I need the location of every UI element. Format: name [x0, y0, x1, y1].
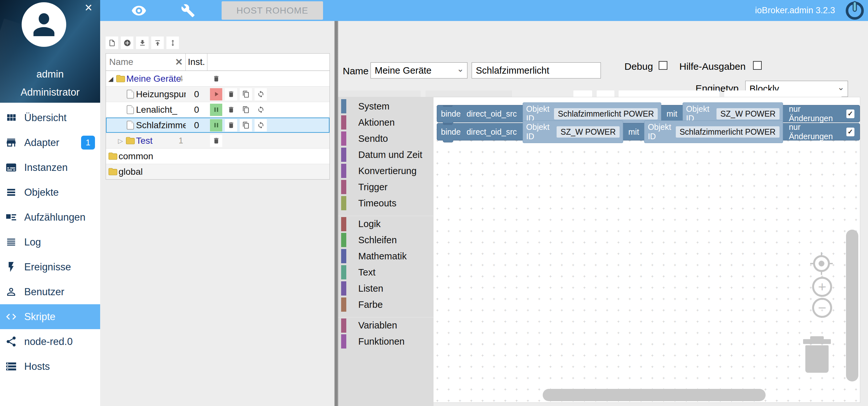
restart-script-button[interactable] [254, 104, 267, 116]
pause-script-button[interactable] [210, 119, 222, 131]
bind-block-1[interactable]: binde direct_oid_src Objekt ID Schlafzim… [437, 105, 860, 122]
horizontal-scrollbar[interactable] [543, 389, 766, 401]
category-label: Farbe [358, 300, 383, 310]
sidebar-item-benutzer[interactable]: Benutzer [0, 279, 100, 304]
sidebar-item-log[interactable]: Log [0, 230, 100, 254]
table-row-test[interactable]: ▷ Test 1 [106, 133, 330, 148]
copy-script-button[interactable] [240, 104, 252, 116]
toolbox-category-timeouts[interactable]: Timeouts [338, 195, 434, 211]
zoom-reset-button[interactable] [810, 252, 833, 275]
category-swatch [341, 265, 346, 279]
overview-grid-icon [5, 112, 17, 124]
sidebar-item-adapter[interactable]: Adapter 1 [0, 130, 100, 155]
sidebar-item-instanzen[interactable]: Instanzen [0, 155, 100, 180]
sidebar-item-label: Objekte [24, 187, 59, 198]
copy-script-button[interactable] [240, 119, 252, 131]
toolbox-category-farbe[interactable]: Farbe [338, 296, 434, 313]
category-label: Sendto [358, 133, 388, 144]
delete-script-button[interactable] [225, 104, 237, 116]
help-output-label: Hilfe-Ausgaben [679, 61, 746, 72]
sidebar-item-ereignisse[interactable]: Ereignisse [0, 254, 100, 279]
events-eye-button[interactable] [130, 2, 148, 20]
host-button[interactable]: HOST ROHOME [222, 1, 323, 20]
sidebar: × admin Administrator Übersicht Adapter … [0, 0, 100, 406]
only-changes-checkbox[interactable]: ✓ [846, 128, 855, 136]
sidebar-item-skripte[interactable]: Skripte [0, 304, 100, 329]
toolbox-category-aktionen[interactable]: Aktionen [338, 114, 434, 130]
row-name-cell: ◢ Meine Geräte 4 [106, 71, 186, 86]
toolbox-category-mathematik[interactable]: Mathematik [338, 248, 434, 264]
table-row-lenalicht[interactable]: Lenalicht_ 0 [106, 102, 330, 117]
sidebar-item-uebersicht[interactable]: Übersicht [0, 105, 100, 130]
object-id-value[interactable]: Schlafzimmerlicht POWER [554, 108, 658, 120]
import-scripts-button[interactable] [151, 36, 164, 49]
only-changes-checkbox[interactable]: ✓ [846, 110, 855, 118]
table-row-heizungspumpe[interactable]: Heizungspumpe 0 [106, 86, 330, 102]
folder-select[interactable]: Meine Geräte ⌄ [371, 62, 467, 79]
pause-script-button[interactable] [210, 104, 222, 116]
toolbox-category-trigger[interactable]: Trigger [338, 179, 434, 195]
clear-filter-icon[interactable]: ✕ [175, 58, 183, 67]
row-actions [207, 71, 330, 86]
toolbox-category-listen[interactable]: Listen [338, 280, 434, 296]
toolbox-category-datum-und-zeit[interactable]: Datum und Zeit [338, 147, 434, 163]
toolbox-category-logik[interactable]: Logik [338, 216, 434, 232]
table-row-common[interactable]: common [106, 148, 330, 164]
settings-wrench-button[interactable] [179, 2, 197, 20]
table-row-global[interactable]: global [106, 164, 330, 179]
toolbox-category-system[interactable]: System [338, 98, 434, 114]
new-folder-button[interactable] [121, 36, 133, 49]
sidebar-item-aufzaehlungen[interactable]: Aufzählungen [0, 205, 100, 230]
bind-block-2[interactable]: binde direct_oid_src Objekt ID SZ_W POWE… [437, 123, 860, 140]
folder-icon [108, 167, 118, 177]
folder-count: 4 [179, 74, 183, 83]
toolbox-category-funktionen[interactable]: Funktionen [338, 333, 434, 349]
script-editor-panel: Name Meine Geräte ⌄ Debug Hilfe-Ausgaben… [338, 21, 868, 406]
object-id-block[interactable]: Objekt ID Schlafzimmerlicht POWER [644, 121, 783, 143]
delete-script-button[interactable] [225, 119, 237, 131]
inst-column-header: Inst. [186, 54, 207, 70]
table-row-meine-geraete[interactable]: ◢ Meine Geräte 4 [106, 71, 330, 86]
toolbox-category-konvertierung[interactable]: Konvertierung [338, 163, 434, 179]
close-sidebar-icon[interactable]: × [82, 1, 96, 15]
user-role: Administrator [0, 87, 100, 98]
table-row-schlafzimmerlicht-selected[interactable]: Schlafzimmerlicht 0 [106, 117, 330, 133]
workspace-trash-icon[interactable] [803, 335, 831, 373]
zoom-out-button[interactable]: − [812, 298, 832, 318]
toolbox-category-variablen[interactable]: Variablen [338, 317, 434, 333]
object-id-block[interactable]: Objekt ID SZ_W POWER [523, 121, 623, 143]
zoom-in-button[interactable]: + [812, 277, 832, 297]
delete-script-button[interactable] [225, 88, 237, 100]
sidebar-item-node-red[interactable]: node-red.0 [0, 329, 100, 354]
sidebar-item-hosts[interactable]: Hosts [0, 354, 100, 379]
name-filter-input[interactable] [106, 57, 170, 67]
crosshair-dot [818, 261, 825, 267]
object-id-value[interactable]: SZ_W POWER [557, 126, 620, 137]
debug-checkbox[interactable] [659, 61, 668, 70]
script-name-input[interactable] [472, 62, 601, 79]
expand-collapse-button[interactable] [166, 36, 179, 49]
toolbox-category-text[interactable]: Text [338, 264, 434, 280]
expand-expander-icon[interactable]: ▷ [116, 137, 125, 145]
collapse-expander-icon[interactable]: ◢ [106, 75, 116, 83]
app-version: ioBroker.admin 3.2.3 [755, 5, 835, 15]
object-id-value[interactable]: Schlafzimmerlicht POWER [676, 126, 779, 137]
toolbox-category-schleifen[interactable]: Schleifen [338, 232, 434, 248]
copy-script-button[interactable] [240, 88, 252, 100]
delete-folder-button[interactable] [210, 135, 222, 147]
object-id-value[interactable]: SZ_W POWER [716, 108, 779, 120]
toolbox-category-sendto[interactable]: Sendto [338, 130, 434, 147]
category-swatch [341, 99, 346, 113]
sidebar-item-objekte[interactable]: Objekte [0, 180, 100, 205]
restart-script-button[interactable] [254, 88, 267, 100]
vertical-scrollbar[interactable] [846, 230, 858, 381]
panel-splitter[interactable] [334, 21, 338, 406]
export-scripts-button[interactable] [136, 36, 149, 49]
logout-power-button[interactable] [844, 1, 865, 22]
start-script-button[interactable] [210, 88, 222, 100]
help-output-checkbox[interactable] [753, 61, 762, 70]
restart-script-button[interactable] [254, 119, 267, 131]
delete-folder-button[interactable] [210, 73, 222, 85]
new-script-button[interactable] [105, 36, 118, 49]
blockly-canvas[interactable]: ++++++++++++++++++++++++++++++++++++++ +… [434, 97, 860, 403]
